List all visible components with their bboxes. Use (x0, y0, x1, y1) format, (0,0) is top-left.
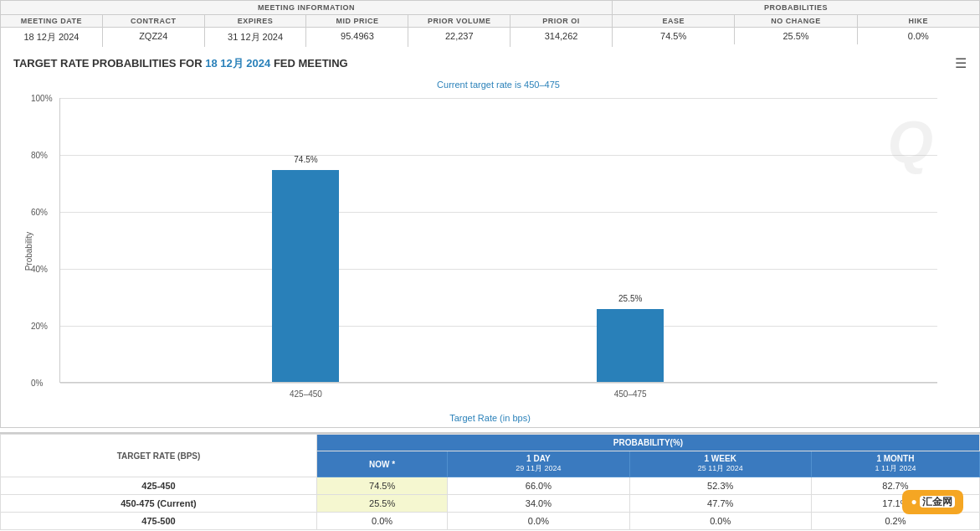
chart-title-prefix: TARGET RATE PROBABILITIES FOR (13, 57, 205, 70)
grid-line (60, 269, 937, 270)
mid-price-value: 95.4963 (334, 28, 381, 44)
y-tick-label: 60% (31, 208, 48, 217)
logo-badge: ● 汇金网 (902, 490, 963, 514)
table-cell: 34.0% (448, 495, 629, 513)
probability-header: PROBABILITY(%) (317, 435, 980, 451)
table-header-row-1: TARGET RATE (BPS) PROBABILITY(%) (1, 435, 980, 451)
hike-col: HIKE 0.0% (858, 15, 979, 44)
table-cell: 0.2% (811, 513, 979, 530)
prior-oi-value: 314,262 (538, 28, 585, 44)
chart-container: Current target rate is 450–475 Probabili… (1, 75, 979, 427)
x-axis-label: Target Rate (in bps) (449, 413, 531, 423)
grid-line (60, 212, 937, 213)
row-label: 475-500 (1, 513, 317, 530)
y-tick-label: 100% (31, 94, 53, 103)
mid-price-label: MID PRICE (306, 15, 408, 28)
y-tick-label: 40% (31, 265, 48, 274)
expires-value: 31 12月 2024 (221, 28, 290, 47)
mid-price-col: MID PRICE 95.4963 (306, 15, 408, 47)
expires-col: EXPIRES 31 12月 2024 (205, 15, 307, 47)
chart-section: TARGET RATE PROBABILITIES FOR 18 12月 202… (0, 47, 980, 428)
table-cell: 0.0% (448, 513, 629, 530)
top-header: MEETING INFORMATION MEETING DATE 18 12月 … (0, 0, 980, 47)
meeting-info-cols: MEETING DATE 18 12月 2024 CONTRACT ZQZ24 … (1, 15, 612, 47)
prior-oi-col: PRIOR OI 314,262 (511, 15, 612, 47)
table-cell: 0.0% (629, 513, 811, 530)
probabilities-label: PROBABILITIES (613, 1, 979, 15)
col-sub-header: 1 DAY29 11月 2024 (448, 451, 629, 477)
chart-subtitle: Current target rate is 450–475 (59, 80, 937, 90)
grid-line (60, 383, 937, 384)
grid-line (60, 98, 937, 99)
meeting-date-label: MEETING DATE (1, 15, 102, 28)
meeting-date-value: 18 12月 2024 (17, 28, 85, 47)
prior-volume-label: PRIOR VOLUME (408, 15, 510, 28)
prior-volume-col: PRIOR VOLUME 22,237 (408, 15, 511, 47)
prior-oi-label: PRIOR OI (511, 15, 612, 28)
meeting-info-group: MEETING INFORMATION MEETING DATE 18 12月 … (1, 1, 613, 47)
table-cell: 74.5% (317, 477, 448, 495)
ease-value: 74.5% (654, 28, 693, 44)
ease-label: EASE (613, 15, 734, 28)
expires-label: EXPIRES (205, 15, 306, 28)
chart-title: TARGET RATE PROBABILITIES FOR 18 12月 202… (13, 56, 348, 71)
contract-label: CONTRACT (103, 15, 204, 28)
col-sub-header: 1 MONTH1 11月 2024 (811, 451, 979, 477)
no-change-col: NO CHANGE 25.5% (735, 15, 857, 44)
table-row: 475-5000.0%0.0%0.0%0.2% (1, 513, 980, 530)
grid-line (60, 155, 937, 156)
chart-title-area: TARGET RATE PROBABILITIES FOR 18 12月 202… (1, 47, 979, 75)
table-cell: 0.0% (317, 513, 448, 530)
chart-title-suffix: FED MEETING (270, 57, 347, 70)
bar-value-label: 74.5% (294, 155, 317, 164)
ease-col: EASE 74.5% (613, 15, 735, 44)
contract-value: ZQZ24 (132, 28, 174, 44)
grid-line (60, 326, 937, 327)
col-sub-header: NOW * (317, 451, 448, 477)
prior-volume-value: 22,237 (439, 28, 480, 44)
logo-text: 汇金网 (920, 496, 955, 508)
no-change-value: 25.5% (776, 28, 815, 44)
y-tick-label: 80% (31, 151, 48, 160)
no-change-label: NO CHANGE (735, 15, 856, 28)
bar-x-label: 425–450 (290, 389, 322, 399)
y-tick-label: 0% (31, 379, 43, 388)
table-row: 425-45074.5%66.0%52.3%82.7% (1, 477, 980, 495)
hike-label: HIKE (858, 15, 979, 28)
contract-col: CONTRACT ZQZ24 (103, 15, 205, 47)
table-cell: 52.3% (629, 477, 811, 495)
table-cell: 25.5% (317, 495, 448, 513)
bar-x-label: 450–475 (614, 389, 647, 399)
prob-cols: EASE 74.5% NO CHANGE 25.5% HIKE 0.0% (613, 15, 979, 44)
meeting-info-label: MEETING INFORMATION (1, 1, 612, 15)
table-row: 450-475 (Current)25.5%34.0%47.7%17.1% (1, 495, 980, 513)
bottom-table-container: TARGET RATE (BPS) PROBABILITY(%) NOW *1 … (0, 432, 980, 530)
bar: 25.5%450–475 (597, 309, 664, 382)
prob-group: PROBABILITIES EASE 74.5% NO CHANGE 25.5%… (613, 1, 979, 47)
col-sub-header: 1 WEEK25 11月 2024 (629, 451, 811, 477)
chart-title-date: 18 12月 2024 (205, 57, 270, 70)
table-cell: 66.0% (448, 477, 629, 495)
bar-value-label: 25.5% (618, 294, 642, 303)
hamburger-icon[interactable]: ☰ (955, 55, 967, 71)
target-rate-header: TARGET RATE (BPS) (1, 435, 317, 477)
row-label: 450-475 (Current) (1, 495, 317, 513)
bar: 74.5%425–450 (272, 170, 339, 382)
meeting-date-col: MEETING DATE 18 12月 2024 (1, 15, 103, 47)
y-tick-label: 20% (31, 322, 48, 331)
bottom-table: TARGET RATE (BPS) PROBABILITY(%) NOW *1 … (0, 434, 980, 530)
chart-inner: 0%20%40%60%80%100%74.5%425–45025.5%450–4… (59, 98, 937, 383)
hike-value: 0.0% (901, 28, 936, 44)
row-label: 425-450 (1, 477, 317, 495)
table-cell: 47.7% (629, 495, 811, 513)
